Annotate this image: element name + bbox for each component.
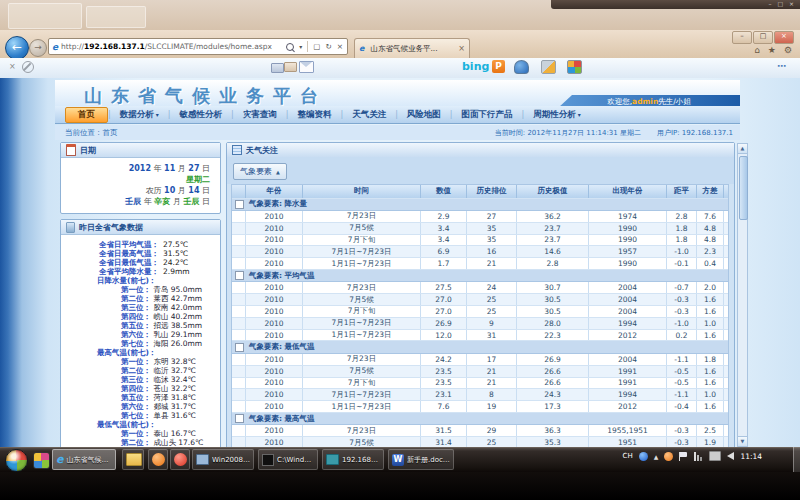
taskbar-item-orange[interactable] [148,449,168,470]
favorites-icon[interactable]: ★ [768,45,776,55]
table-cell: 4.8 [697,235,724,246]
tray-app-icon[interactable] [664,452,673,461]
close-button[interactable]: × [774,31,794,44]
address-bar[interactable]: e http://192.168.137.1/SLCCLIMATE/module… [48,38,348,55]
table-row[interactable]: 20107月23日24.21726.92004-1.11.8 [232,354,728,366]
scrollbar-thumb[interactable] [739,156,748,220]
rank-value: 38.5mm [171,321,202,330]
start-button[interactable] [5,449,28,472]
back-button[interactable]: ← [5,36,29,60]
nav-item-0[interactable]: 首页 [65,107,108,123]
table-cell: 21 [467,366,517,377]
table-row[interactable]: 20101月1日~7月23日12.03122.320120.21.6 [232,330,728,342]
table-toolbar [227,157,734,184]
nav-item-4[interactable]: 整编资料 [288,108,340,122]
browser-tab[interactable]: e 山东省气候业务平... × [354,38,470,58]
tray-app-icon[interactable] [639,452,648,461]
table-cell: 30.7 [517,282,589,293]
clock[interactable]: 11:14 [740,452,762,461]
taskbar-item-media[interactable] [170,449,190,470]
table-row[interactable]: 20107月5候23.52126.61991-0.51.6 [232,366,728,378]
taskbar-item-remote[interactable]: 192.168.59.99... [322,449,384,470]
table-cell: 23.7 [517,235,589,246]
rank-station: 青岛 [151,285,171,294]
addon-icon[interactable] [567,60,582,74]
card-icon[interactable] [284,62,297,72]
compatibility-view-icon[interactable]: ▢ [313,42,320,51]
addon-icon[interactable] [541,60,556,74]
refresh-icon[interactable]: ↻ [325,42,331,51]
tab-close-icon[interactable]: × [458,44,465,53]
table-row[interactable]: 20107月1日~7月23日26.9928.01994-1.01.0 [232,318,728,330]
volume-icon[interactable] [727,452,734,460]
table-cell [232,282,246,293]
addon-icon[interactable] [514,60,529,74]
search-dropdown-icon[interactable]: ▾ [299,43,302,50]
show-desktop-button[interactable] [793,447,800,472]
bing-logo[interactable]: bing [462,60,489,73]
pinned-app-icon[interactable] [33,452,50,469]
table-row[interactable]: 20107月下旬23.52126.61991-0.51.6 [232,378,728,390]
table-row[interactable]: 20107月1日~7月23日23.1824.31994-1.11.0 [232,389,728,401]
taskbar-item-ie[interactable]: e山东省气候业务... [52,449,116,470]
table-row[interactable]: 20107月下旬27.02530.52004-0.31.6 [232,306,728,318]
table-row[interactable]: 20101月1日~7月23日1.7212.81990-0.10.4 [232,258,728,270]
page-scrollbar[interactable]: ▲ ▼ [737,143,748,447]
table-group-row: 气象要素: 最低气温 [232,341,728,354]
element-filter-button[interactable]: 气象要素 ▲ [233,163,287,180]
mail-icon[interactable] [299,61,314,73]
nav-item-2[interactable]: 敏感性分析 [171,108,232,122]
nav-item-7[interactable]: 图面下行产品 [453,108,522,122]
blocked-icon [22,61,34,73]
group-checkbox[interactable] [235,343,244,352]
nav-item-1[interactable]: 数据分析 ▾ [111,108,168,122]
table-row[interactable]: 20107月5候3.43523.719901.84.8 [232,223,728,235]
table-cell: 25 [467,294,517,305]
taskbar-item-cmd[interactable]: C:\Windows\sy... [258,449,318,470]
overflow-icon[interactable]: ⋯ [777,61,788,71]
table-row[interactable]: 20107月23日27.52430.72004-0.72.0 [232,282,728,294]
maximize-button[interactable]: □ [753,31,773,44]
display-icon[interactable] [709,451,721,461]
monitor-icon [196,454,209,465]
forward-button[interactable]: → [29,39,47,57]
table-cell: -0.7 [667,282,697,293]
language-indicator[interactable]: CH [623,452,633,460]
taskbar-item-monitor[interactable]: Win2008 (VS2... [192,449,254,470]
group-checkbox[interactable] [235,271,244,280]
scroll-down-icon[interactable]: ▼ [738,436,747,446]
table-cell: 2010 [246,258,303,269]
stop-icon[interactable]: × [337,42,343,51]
card-icon[interactable] [271,63,284,73]
table-row[interactable]: 20107月23日2.92736.219742.87.6 [232,211,728,223]
taskbar-item-word[interactable]: W新手册.docx ... [388,449,454,470]
action-center-flag-icon[interactable] [679,452,688,461]
plugin-p-icon[interactable]: P [492,60,505,73]
group-checkbox[interactable] [235,200,244,209]
table-row[interactable]: 20107月23日31.52936.31955,1951-0.32.5 [232,425,728,437]
minimize-button[interactable]: – [732,31,752,44]
tools-icon[interactable]: ⚙ [784,45,792,55]
home-icon[interactable]: ⌂ [754,45,760,55]
table-cell: 8 [467,389,517,400]
table-cell: 7月5候 [303,366,421,377]
group-checkbox[interactable] [235,414,244,423]
summary-label: 全省平均降水量： [99,267,159,276]
search-icon[interactable] [286,43,294,51]
toolbar-close-icon[interactable]: × [9,62,16,71]
url-prefix: http:// [61,42,84,51]
table-row[interactable]: 20107月下旬3.43523.719901.84.8 [232,235,728,247]
tray-expand-icon[interactable]: ▲ [654,453,659,460]
table-header-cell: 历史排位 [467,185,517,198]
table-row[interactable]: 20107月1日~7月23日6.91614.61957-1.02.3 [232,246,728,258]
nav-item-5[interactable]: 天气关注 [343,108,395,122]
table-row[interactable]: 20101月1日~7月23日7.61917.32012-0.41.6 [232,401,728,413]
table-row[interactable]: 20107月5候27.02530.52004-0.31.6 [232,294,728,306]
taskbar-item-folder[interactable] [122,449,144,470]
nav-item-3[interactable]: 灾害查询 [234,108,286,122]
calendar-text: 14 [188,186,199,195]
nav-item-8[interactable]: 周期性分析 ▾ [524,108,590,122]
scroll-up-icon[interactable]: ▲ [738,144,747,154]
network-icon[interactable] [694,452,703,461]
nav-item-6[interactable]: 风险地图 [398,108,450,122]
